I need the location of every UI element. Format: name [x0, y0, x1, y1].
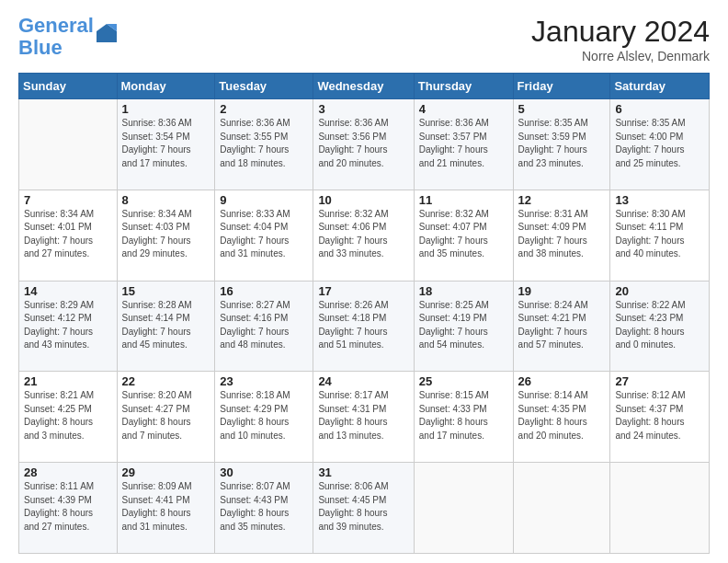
daylight-text: Daylight: 7 hours	[518, 326, 606, 339]
day-number: 20	[615, 284, 704, 298]
daylight-text-cont: and 23 minutes.	[518, 157, 606, 171]
sunrise-text: Sunrise: 8:20 AM	[122, 389, 210, 403]
daylight-text: Daylight: 8 hours	[615, 326, 704, 339]
table-row: 9Sunrise: 8:33 AMSunset: 4:04 PMDaylight…	[215, 190, 313, 281]
sunrise-text: Sunrise: 8:29 AM	[24, 299, 112, 313]
sunrise-text: Sunrise: 8:35 AM	[518, 117, 606, 131]
calendar-title: January 2024	[531, 15, 710, 49]
sunrise-text: Sunrise: 8:14 AM	[518, 389, 606, 403]
col-monday: Monday	[117, 74, 215, 99]
daylight-text: Daylight: 7 hours	[419, 326, 508, 339]
daylight-text: Daylight: 7 hours	[122, 235, 210, 248]
table-row: 12Sunrise: 8:31 AMSunset: 4:09 PMDayligh…	[513, 190, 610, 281]
table-row: 7Sunrise: 8:34 AMSunset: 4:01 PMDaylight…	[19, 190, 118, 281]
daylight-text-cont: and 7 minutes.	[122, 430, 210, 443]
day-detail: Sunrise: 8:18 AMSunset: 4:29 PMDaylight:…	[220, 389, 308, 442]
daylight-text: Daylight: 7 hours	[220, 326, 308, 339]
sunset-text: Sunset: 4:18 PM	[318, 312, 408, 326]
table-row: 1Sunrise: 8:36 AMSunset: 3:54 PMDaylight…	[117, 99, 215, 190]
sunset-text: Sunset: 4:04 PM	[220, 221, 308, 235]
table-row: 27Sunrise: 8:12 AMSunset: 4:37 PMDayligh…	[610, 372, 710, 463]
day-detail: Sunrise: 8:11 AMSunset: 4:39 PMDaylight:…	[24, 480, 112, 534]
sunset-text: Sunset: 4:14 PM	[122, 312, 210, 326]
sunset-text: Sunset: 3:59 PM	[518, 131, 606, 144]
sunrise-text: Sunrise: 8:26 AM	[318, 299, 408, 313]
sunrise-text: Sunrise: 8:22 AM	[615, 299, 704, 313]
title-block: January 2024 Norre Alslev, Denmark	[531, 15, 710, 63]
table-row: 30Sunrise: 8:07 AMSunset: 4:43 PMDayligh…	[215, 463, 313, 554]
table-row: 22Sunrise: 8:20 AMSunset: 4:27 PMDayligh…	[117, 372, 215, 463]
logo-line1: General	[18, 14, 94, 37]
table-row: 26Sunrise: 8:14 AMSunset: 4:35 PMDayligh…	[513, 372, 610, 463]
logo-icon	[97, 24, 117, 42]
day-detail: Sunrise: 8:07 AMSunset: 4:43 PMDaylight:…	[220, 480, 308, 534]
daylight-text: Daylight: 7 hours	[122, 326, 210, 339]
table-row: 6Sunrise: 8:35 AMSunset: 4:00 PMDaylight…	[610, 99, 710, 190]
day-detail: Sunrise: 8:30 AMSunset: 4:11 PMDaylight:…	[615, 208, 704, 261]
daylight-text-cont: and 29 minutes.	[122, 247, 210, 261]
day-number: 6	[615, 102, 704, 116]
day-number: 4	[419, 102, 508, 116]
day-detail: Sunrise: 8:15 AMSunset: 4:33 PMDaylight:…	[419, 389, 508, 442]
day-number: 13	[615, 193, 704, 207]
sunset-text: Sunset: 4:12 PM	[24, 312, 112, 326]
daylight-text: Daylight: 8 hours	[122, 416, 210, 430]
day-number: 23	[220, 374, 308, 388]
day-detail: Sunrise: 8:28 AMSunset: 4:14 PMDaylight:…	[122, 299, 210, 352]
sunset-text: Sunset: 4:29 PM	[220, 403, 308, 417]
sunset-text: Sunset: 3:54 PM	[122, 131, 210, 144]
daylight-text-cont: and 33 minutes.	[318, 247, 408, 261]
day-number: 5	[518, 102, 606, 116]
col-saturday: Saturday	[610, 74, 710, 99]
daylight-text: Daylight: 7 hours	[318, 235, 408, 248]
daylight-text-cont: and 35 minutes.	[419, 247, 508, 261]
day-number: 25	[419, 374, 508, 388]
sunset-text: Sunset: 4:31 PM	[318, 403, 408, 417]
header-row: Sunday Monday Tuesday Wednesday Thursday…	[19, 74, 710, 99]
daylight-text-cont: and 25 minutes.	[615, 157, 704, 171]
sunset-text: Sunset: 4:35 PM	[518, 403, 606, 417]
day-number: 31	[318, 465, 408, 479]
day-number: 11	[419, 193, 508, 207]
table-row: 13Sunrise: 8:30 AMSunset: 4:11 PMDayligh…	[610, 190, 710, 281]
sunset-text: Sunset: 4:11 PM	[615, 221, 704, 235]
col-tuesday: Tuesday	[215, 74, 313, 99]
daylight-text: Daylight: 8 hours	[615, 416, 704, 430]
table-row: 20Sunrise: 8:22 AMSunset: 4:23 PMDayligh…	[610, 281, 710, 372]
daylight-text-cont: and 10 minutes.	[220, 430, 308, 443]
sunrise-text: Sunrise: 8:34 AM	[24, 208, 112, 222]
col-sunday: Sunday	[19, 74, 118, 99]
day-number: 19	[518, 284, 606, 298]
sunset-text: Sunset: 3:55 PM	[220, 131, 308, 144]
calendar-week-5: 28Sunrise: 8:11 AMSunset: 4:39 PMDayligh…	[19, 463, 710, 554]
sunset-text: Sunset: 4:19 PM	[419, 312, 508, 326]
daylight-text: Daylight: 7 hours	[220, 144, 308, 157]
sunrise-text: Sunrise: 8:31 AM	[518, 208, 606, 222]
daylight-text: Daylight: 7 hours	[615, 235, 704, 248]
day-detail: Sunrise: 8:32 AMSunset: 4:06 PMDaylight:…	[318, 208, 408, 261]
sunset-text: Sunset: 4:37 PM	[615, 403, 704, 417]
sunrise-text: Sunrise: 8:25 AM	[419, 299, 508, 313]
daylight-text-cont: and 51 minutes.	[318, 339, 408, 352]
day-number: 2	[220, 102, 308, 116]
daylight-text: Daylight: 7 hours	[419, 144, 508, 157]
table-row: 10Sunrise: 8:32 AMSunset: 4:06 PMDayligh…	[313, 190, 414, 281]
daylight-text-cont: and 21 minutes.	[419, 157, 508, 171]
daylight-text-cont: and 18 minutes.	[220, 157, 308, 171]
sunrise-text: Sunrise: 8:36 AM	[122, 117, 210, 131]
daylight-text-cont: and 3 minutes.	[24, 430, 112, 443]
sunset-text: Sunset: 4:16 PM	[220, 312, 308, 326]
daylight-text-cont: and 20 minutes.	[518, 430, 606, 443]
sunset-text: Sunset: 4:39 PM	[24, 494, 112, 508]
col-thursday: Thursday	[414, 74, 513, 99]
day-detail: Sunrise: 8:12 AMSunset: 4:37 PMDaylight:…	[615, 389, 704, 442]
day-detail: Sunrise: 8:29 AMSunset: 4:12 PMDaylight:…	[24, 299, 112, 352]
table-row: 16Sunrise: 8:27 AMSunset: 4:16 PMDayligh…	[215, 281, 313, 372]
logo-text: General Blue	[18, 15, 94, 59]
col-wednesday: Wednesday	[313, 74, 414, 99]
table-row: 19Sunrise: 8:24 AMSunset: 4:21 PMDayligh…	[513, 281, 610, 372]
daylight-text-cont: and 54 minutes.	[419, 339, 508, 352]
sunset-text: Sunset: 4:00 PM	[615, 131, 704, 144]
daylight-text: Daylight: 7 hours	[24, 326, 112, 339]
calendar-table: Sunday Monday Tuesday Wednesday Thursday…	[18, 73, 710, 554]
